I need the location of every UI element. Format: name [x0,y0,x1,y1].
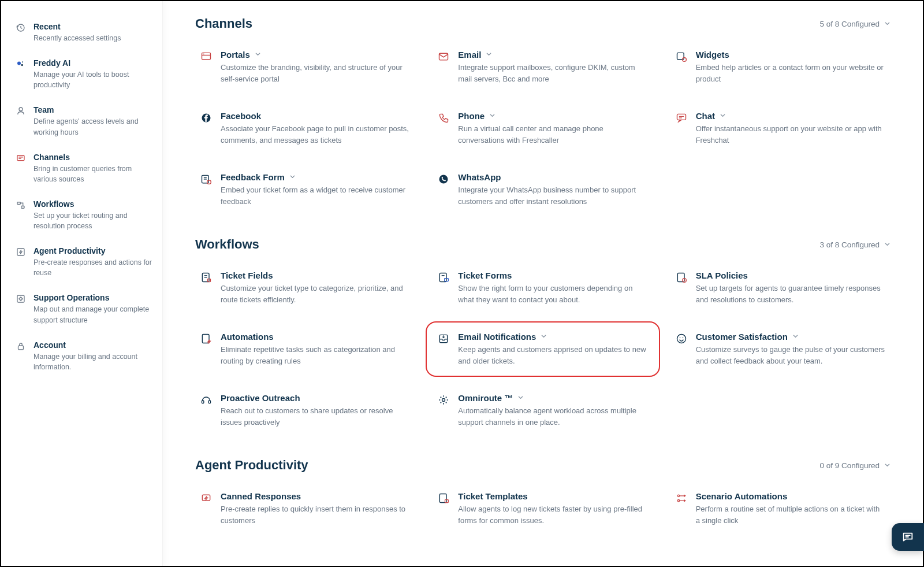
phone-icon [437,112,450,125]
card-title-text: Canned Responses [221,491,301,501]
card-desc: Reach out to customers to share updates … [221,405,411,428]
card-scenario-automations[interactable]: Scenario AutomationsPerform a routine se… [670,488,891,529]
section-status[interactable]: 0 of 9 Configured [819,461,891,470]
settings-main: Channels5 of 8 ConfiguredPortalsCustomiz… [163,1,923,566]
card-title-text: Ticket Templates [458,491,527,501]
chevron-down-icon [792,333,799,340]
card-desc: Integrate your WhatsApp business number … [458,184,648,207]
fields-icon [200,272,213,284]
scenario-icon [675,492,688,505]
inbox-icon [437,333,450,346]
chevron-down-icon [486,51,492,58]
sidebar-item-team[interactable]: TeamDefine agents' access levels and wor… [15,99,152,146]
clock-back-icon [15,22,27,34]
sidebar-item-title: Channels [33,153,152,162]
card-title-text: Ticket Forms [458,270,512,280]
card-title-text: Automations [221,332,274,342]
card-email-notifications[interactable]: Email NotificationsKeep agents and custo… [433,328,653,370]
section-status-text: 0 of 9 Configured [819,461,880,470]
section-status-text: 5 of 8 Configured [819,20,880,28]
sidebar-item-recent[interactable]: RecentRecently accessed settings [15,16,152,53]
card-title-text: Customer Satisfaction [696,332,788,342]
widget-icon [675,51,688,64]
template-icon [437,492,450,505]
chevron-down-icon [289,174,296,180]
section-status[interactable]: 5 of 8 Configured [819,20,891,28]
card-omniroute[interactable]: Omniroute ™Automatically balance agent w… [433,390,653,431]
card-ticket-forms[interactable]: Ticket FormsShow the right form to your … [433,267,653,309]
card-ticket-fields[interactable]: Ticket FieldsCustomize your ticket type … [195,267,415,309]
card-portals[interactable]: PortalsCustomize the branding, visibilit… [195,46,415,88]
card-phone[interactable]: PhoneRun a virtual call center and manag… [433,108,653,149]
whatsapp-icon [437,173,450,186]
card-automations[interactable]: AutomationsEliminate repetitive tasks su… [195,328,415,370]
sidebar-item-desc: Define agents' access levels and working… [33,116,152,137]
chevron-down-icon [541,333,547,340]
canned-icon [200,492,213,505]
chevron-down-icon [489,113,495,119]
card-ticket-templates[interactable]: Ticket TemplatesAllow agents to log new … [433,488,653,529]
outreach-icon [200,394,213,407]
sidebar-item-channels[interactable]: ChannelsBring in customer queries from v… [15,147,152,194]
auto-icon [200,333,213,346]
chevron-down-icon [884,21,891,27]
chevron-down-icon [517,395,524,401]
card-chat[interactable]: ChatOffer instantaneous support on your … [670,108,891,149]
sidebar-item-title: Support Operations [33,293,152,302]
chat-fab[interactable] [892,523,924,551]
chevron-down-icon [884,242,891,248]
section-agent-productivity: Agent Productivity0 of 9 ConfiguredCanne… [195,458,891,529]
card-customer-satisfaction[interactable]: Customer SatisfactionCustomize surveys t… [670,328,891,370]
card-desc: Customize surveys to gauge the pulse of … [696,344,886,366]
card-title-text: WhatsApp [458,172,501,182]
sidebar-item-title: Freddy AI [33,58,152,68]
sidebar-item-desc: Bring in customer queries from various s… [33,164,152,184]
card-desc: Automatically balance agent workload acr… [458,405,648,428]
sidebar-item-title: Agent Productivity [33,246,152,255]
section-channels: Channels5 of 8 ConfiguredPortalsCustomiz… [195,16,891,210]
card-title-text: Email Notifications [458,332,536,342]
card-desc: Integrate support mailboxes, configure D… [458,62,648,84]
sidebar-item-support-operations[interactable]: Support OperationsMap out and manage you… [15,287,152,334]
chevron-down-icon [884,462,891,469]
card-desc: Customize the branding, visibility, and … [221,62,411,84]
sidebar-item-workflows[interactable]: WorkflowsSet up your ticket routing and … [15,194,152,240]
card-feedback-form[interactable]: Feedback FormEmbed your ticket form as a… [195,169,415,210]
card-proactive-outreach[interactable]: Proactive OutreachReach out to customers… [195,390,415,431]
sidebar-item-title: Workflows [33,199,152,209]
sidebar-item-agent-productivity[interactable]: Agent ProductivityPre-create responses a… [15,240,152,287]
chat-icon [675,112,688,125]
feedback-icon [200,173,213,186]
section-status[interactable]: 3 of 8 Configured [819,240,891,249]
card-title-text: Proactive Outreach [221,393,300,403]
card-desc: Associate your Facebook page to pull in … [221,123,411,146]
card-canned-responses[interactable]: Canned ResponsesPre-create replies to qu… [195,488,415,529]
card-title-text: Facebook [221,111,261,121]
sidebar-item-desc: Recently accessed settings [33,33,121,43]
card-widgets[interactable]: WidgetsEmbed help articles or a contact … [670,46,891,88]
sidebar-item-account[interactable]: AccountManage your billing and account i… [15,335,152,381]
sidebar-item-freddy-ai[interactable]: Freddy AIManage your AI tools to boost p… [15,53,152,99]
sidebar-item-title: Recent [33,22,121,31]
ai-sparkle-icon [15,58,27,70]
card-desc: Eliminate repetitive tasks such as categ… [221,344,411,366]
card-title-text: Omniroute ™ [458,393,513,403]
sidebar-item-desc: Set up your ticket routing and resolutio… [33,210,152,231]
forms-icon [437,272,450,284]
card-title-text: Feedback Form [221,172,285,182]
facebook-icon [200,112,213,125]
mail-icon [437,51,450,64]
sidebar-item-desc: Map out and manage your complete support… [33,304,152,325]
card-desc: Perform a routine set of multiple action… [696,503,886,526]
chevron-down-icon [255,51,261,58]
section-title: Workflows [195,237,259,252]
card-whatsapp[interactable]: WhatsAppIntegrate your WhatsApp business… [433,169,653,210]
channel-icon [15,153,27,164]
card-sla-policies[interactable]: SLA PoliciesSet up targets for agents to… [670,267,891,309]
bolt-box-icon [15,246,27,258]
card-facebook[interactable]: FacebookAssociate your Facebook page to … [195,108,415,149]
sidebar-item-desc: Manage your billing and account informat… [33,351,152,372]
card-email[interactable]: EmailIntegrate support mailboxes, config… [433,46,653,88]
portal-icon [200,51,213,64]
sla-icon [675,272,688,284]
